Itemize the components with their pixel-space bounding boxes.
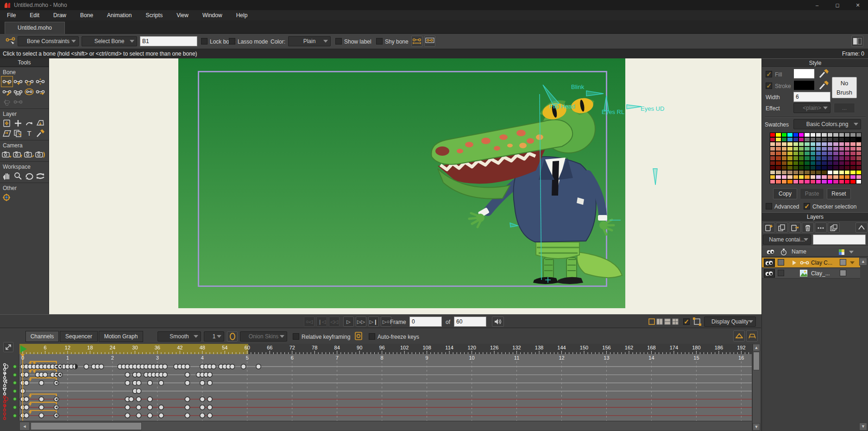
bone-shape-button[interactable] (424, 36, 435, 47)
palette-swatch[interactable] (781, 133, 787, 137)
palette-swatch[interactable] (844, 142, 850, 146)
palette-swatch[interactable] (810, 156, 816, 160)
palette-swatch[interactable] (827, 170, 833, 175)
palette-swatch[interactable] (799, 133, 804, 137)
lock-bone-checkbox[interactable] (201, 38, 208, 44)
layer-filter-input[interactable] (813, 235, 866, 245)
palette-swatch[interactable] (856, 133, 862, 137)
layer-funnel-tool[interactable] (35, 118, 46, 128)
palette-swatch[interactable] (781, 137, 787, 142)
relative-keyframing-checkbox[interactable] (293, 333, 299, 340)
palette-swatch[interactable] (804, 179, 810, 184)
delete-layer-button[interactable] (802, 222, 814, 233)
palette-swatch[interactable] (775, 161, 781, 165)
orbit-tool[interactable] (35, 171, 46, 181)
palette-swatch[interactable] (833, 170, 838, 175)
palette-swatch[interactable] (850, 165, 855, 170)
palette-swatch[interactable] (781, 156, 787, 160)
crop-frame-icon[interactable] (693, 317, 701, 326)
palette-swatch[interactable] (816, 156, 821, 160)
palette-swatch[interactable] (827, 161, 833, 165)
palette-swatch[interactable] (833, 146, 838, 151)
palette-swatch[interactable] (844, 156, 850, 160)
palette-swatch[interactable] (816, 133, 821, 137)
palette-swatch[interactable] (856, 161, 862, 165)
palette-swatch[interactable] (793, 179, 799, 184)
fill-checkbox[interactable]: ✓ (766, 71, 772, 77)
palette-swatch[interactable] (850, 161, 855, 165)
palette-swatch[interactable] (775, 165, 781, 170)
palette-swatch[interactable] (770, 133, 775, 137)
palette-swatch[interactable] (781, 175, 787, 179)
palette-swatch[interactable] (844, 161, 850, 165)
palette-swatch[interactable] (775, 179, 781, 184)
palette-swatch[interactable] (816, 151, 821, 156)
lasso-mode-checkbox[interactable] (229, 38, 235, 44)
hand-tool[interactable] (1, 171, 13, 181)
palette-swatch[interactable] (793, 146, 799, 151)
palette-swatch[interactable] (799, 142, 804, 146)
palette-swatch[interactable] (833, 133, 838, 137)
palette-swatch[interactable] (816, 142, 821, 146)
palette-swatch[interactable] (799, 161, 804, 165)
bone-pen-tool[interactable] (1, 87, 13, 97)
palette-swatch[interactable] (839, 142, 844, 146)
layer-visibility-button[interactable] (764, 269, 775, 278)
menu-item-bone[interactable]: Bone (73, 10, 100, 20)
palette-swatch[interactable] (827, 146, 833, 151)
palette-swatch[interactable] (810, 133, 816, 137)
copy-button[interactable]: Copy (773, 188, 797, 199)
palette-swatch[interactable] (787, 156, 793, 160)
palette-swatch[interactable] (770, 170, 775, 175)
workspace[interactable]: BlinkFlip HeadEyes RLEyes UD (49, 58, 761, 314)
palette-swatch[interactable] (833, 137, 838, 142)
palette-swatch[interactable] (844, 165, 850, 170)
palette-swatch[interactable] (821, 146, 827, 151)
menu-item-window[interactable]: Window (195, 10, 229, 20)
duplicate-layer-button[interactable] (776, 222, 788, 233)
bone-strength-tool[interactable] (35, 76, 46, 87)
camera-roll-tool[interactable] (24, 150, 35, 160)
palette-swatch[interactable] (850, 156, 855, 160)
palette-swatch[interactable] (793, 156, 799, 160)
palette-swatch[interactable] (810, 142, 816, 146)
bone-group-tool[interactable] (13, 87, 24, 97)
palette-swatch[interactable] (770, 161, 775, 165)
palette-swatch[interactable] (810, 151, 816, 156)
palette-swatch[interactable] (821, 175, 827, 179)
palette-swatch[interactable] (799, 179, 804, 184)
palette-swatch[interactable] (775, 151, 781, 156)
palette-swatch[interactable] (804, 165, 810, 170)
bone-flip-tool[interactable] (35, 87, 46, 97)
palette-swatch[interactable] (816, 175, 821, 179)
frame-input[interactable] (409, 317, 442, 327)
menu-item-edit[interactable]: Edit (23, 10, 46, 20)
palette-swatch[interactable] (833, 179, 838, 184)
palette-swatch[interactable] (844, 179, 850, 184)
menu-item-animation[interactable]: Animation (100, 10, 138, 20)
palette-swatch[interactable] (770, 179, 775, 184)
palette-swatch[interactable] (810, 179, 816, 184)
palette-swatch[interactable] (839, 179, 844, 184)
palette-swatch[interactable] (793, 165, 799, 170)
pane-split-vertical-button[interactable] (656, 318, 663, 325)
palette-swatch[interactable] (804, 133, 810, 137)
stroke-checkbox[interactable]: ✓ (766, 82, 772, 89)
timeline-tab-sequencer[interactable]: Sequencer (60, 331, 98, 342)
palette-swatch[interactable] (799, 175, 804, 179)
palette-swatch[interactable] (816, 137, 821, 142)
chevron-down-icon[interactable] (849, 251, 854, 254)
prev-keyframe-button[interactable]: ❙◁ (316, 317, 327, 327)
palette-swatch[interactable] (793, 175, 799, 179)
swatches-dropdown[interactable]: Basic Colors.png (793, 119, 861, 129)
palette-swatch[interactable] (844, 137, 850, 142)
palette-swatch[interactable] (781, 161, 787, 165)
palette-swatch[interactable] (787, 146, 793, 151)
timeline-tab-channels[interactable]: Channels (25, 331, 59, 342)
bone-name-input[interactable] (140, 36, 197, 46)
width-input[interactable] (793, 92, 830, 102)
palette-swatch[interactable] (839, 165, 844, 170)
play-button[interactable]: ▷ (343, 317, 354, 327)
palette-swatch[interactable] (804, 151, 810, 156)
palette-swatch[interactable] (816, 161, 821, 165)
